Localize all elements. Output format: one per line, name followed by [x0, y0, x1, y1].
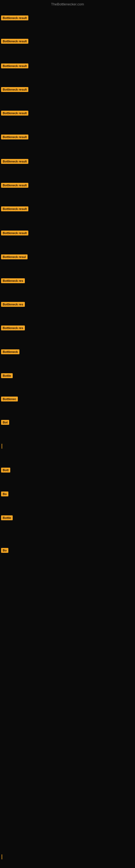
list-item: Bottleneck result — [1, 16, 28, 22]
bottleneck-badge[interactable]: Bottleneck result — [1, 207, 28, 211]
bottleneck-badge[interactable]: Bottleneck resul — [1, 254, 28, 259]
bottleneck-badge[interactable]: Bottleneck — [1, 349, 19, 354]
list-item: Bottleneck result — [1, 183, 28, 189]
list-item: Bottleneck result — [1, 134, 28, 141]
list-item: Bottleneck result — [1, 230, 28, 237]
bottleneck-badge[interactable]: Bottleneck result — [1, 183, 28, 188]
list-item: Bo — [1, 492, 8, 497]
list-item: Bottleneck result — [1, 207, 28, 212]
bottleneck-badge[interactable]: Bottleneck result — [1, 159, 28, 164]
list-item: Bottleneck result — [1, 87, 28, 93]
bottleneck-badge[interactable]: Bottleneck result — [1, 87, 28, 92]
list-item: Bottleneck — [1, 349, 19, 355]
list-item: Bottlenec — [1, 397, 18, 403]
list-item: Bottleneck res — [1, 302, 25, 308]
vertical-line-indicator — [2, 855, 2, 859]
bottleneck-badge[interactable]: Bottleneck result — [1, 63, 28, 68]
bottleneck-badge[interactable]: Bottleneck result — [1, 111, 28, 116]
list-item: Bottleneck result — [1, 159, 28, 165]
bottleneck-badge[interactable]: Bo — [1, 492, 8, 496]
bottleneck-badge[interactable]: Bottleneck res — [1, 278, 25, 283]
bottleneck-badge[interactable]: Bottleneck result — [1, 16, 28, 20]
list-item: Bottleneck res — [1, 278, 25, 284]
bottleneck-badge[interactable]: Bot — [1, 420, 9, 425]
list-item: Bott — [1, 468, 10, 474]
list-item: Bottleneck result — [1, 63, 28, 69]
bottleneck-badge[interactable]: Bottle — [1, 516, 13, 520]
list-item: Bottleneck res — [1, 326, 25, 332]
list-item: Bottleneck resul — [1, 254, 28, 260]
bottleneck-badge[interactable]: Bottleneck res — [1, 326, 25, 330]
bottleneck-badge[interactable]: Bott — [1, 468, 10, 472]
bottleneck-badge[interactable]: Bottlenec — [1, 397, 18, 401]
bottleneck-badge[interactable]: Bottleneck result — [1, 230, 28, 236]
bottleneck-badge[interactable]: Bo — [1, 548, 8, 553]
list-item: Bottle — [1, 516, 13, 521]
bottleneck-badge[interactable]: Bottleneck result — [1, 134, 28, 140]
site-title: TheBottlenecker.com — [51, 2, 84, 6]
bottleneck-badge[interactable]: Bottle — [1, 373, 13, 378]
list-item: Bot — [1, 420, 9, 426]
bottleneck-badge[interactable]: Bottleneck result — [1, 39, 28, 44]
list-item: Bo — [1, 548, 8, 554]
vertical-line-indicator — [2, 444, 2, 448]
list-item: Bottleneck result — [1, 111, 28, 117]
bottleneck-badge[interactable]: Bottleneck res — [1, 302, 25, 307]
list-item: Bottleneck result — [1, 39, 28, 45]
list-item: Bottle — [1, 373, 13, 379]
